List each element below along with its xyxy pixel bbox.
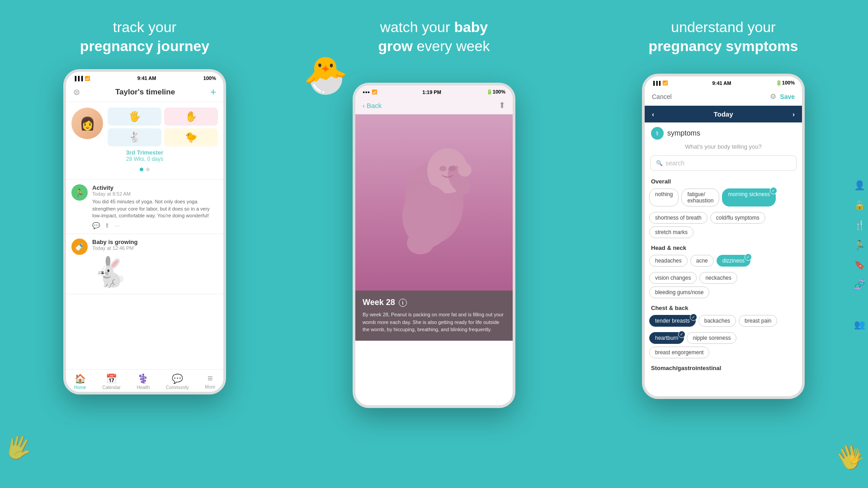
side-icon-2: ⚕ xyxy=(854,160,865,171)
chip-vision-changes[interactable]: vision changes xyxy=(649,272,697,284)
cancel-button[interactable]: Cancel xyxy=(652,93,672,100)
status-bar-middle: ●●● 📶 1:19 PM 🔋100% xyxy=(355,85,513,97)
nav-community[interactable]: 💬 Community xyxy=(166,373,189,390)
prev-day-button[interactable]: ‹ xyxy=(652,110,654,118)
share-button[interactable]: ⬆ xyxy=(499,100,505,110)
hand-decoration-left: 🖐 xyxy=(1,431,36,465)
signal-icon: ▐▐▐ xyxy=(73,76,83,81)
next-day-button[interactable]: › xyxy=(793,110,795,118)
chips-overall-row1: nothing fatigue/exhaustion morning sickn… xyxy=(645,187,802,210)
time-display-middle: 1:19 PM xyxy=(422,89,441,95)
signal-icons-right: ▐▐▐ 📶 xyxy=(652,80,668,85)
nav-more[interactable]: ≡ More xyxy=(205,373,215,390)
chips-head-row1: headaches acne dizziness xyxy=(645,253,802,270)
dots-indicator xyxy=(71,165,218,174)
chip-acne[interactable]: acne xyxy=(690,255,714,267)
chip-tender-breasts[interactable]: tender breasts xyxy=(649,315,696,327)
chip-breast-engorgement[interactable]: breast engorgement xyxy=(649,347,709,358)
chip-shortness[interactable]: shortness of breath xyxy=(649,212,708,224)
wifi-icon-m: 📶 xyxy=(372,89,377,94)
emoji-tile-hand2[interactable]: ✋ xyxy=(164,108,218,126)
save-button[interactable]: Save xyxy=(780,93,795,100)
emoji-tile-hand1[interactable]: 🖐️ xyxy=(108,108,161,126)
chip-stretch-marks[interactable]: stretch marks xyxy=(649,226,693,238)
home-icon: 🏠 xyxy=(75,373,86,384)
symptom-section-icon: ⚕ xyxy=(651,127,664,140)
bottom-nav: 🏠 Home 📅 Calendar ⚕️ Health 💬 Community … xyxy=(66,369,223,392)
baby-content: Baby is growing Today at 12:46 PM 🐇 xyxy=(92,239,218,289)
more-icon[interactable]: ··· xyxy=(114,222,120,229)
app-title: Taylor's timeline xyxy=(115,88,175,97)
panel-middle: watch your babygrow every week 🐣 ●●● 📶 1… xyxy=(289,0,579,488)
info-icon[interactable]: i xyxy=(399,299,407,307)
activity-content: Activity Today at 8:52 AM You did 45 min… xyxy=(92,184,218,229)
panel-left: track your pregnancy journey ▐▐▐ 📶 9:41 … xyxy=(0,0,289,488)
emoji-tile-duck[interactable]: 🐤 xyxy=(164,128,218,146)
chip-bleeding-gums[interactable]: bleeding gums/nose xyxy=(649,286,709,298)
symptom-icon-row: ⚕ symptoms xyxy=(645,122,802,141)
left-heading: track your pregnancy journey xyxy=(80,18,209,56)
timeline-top: 👩 🖐️ ✋ 🐇 🐤 xyxy=(71,108,218,146)
week-label-display: Week 28 i xyxy=(363,298,505,307)
chip-dizziness[interactable]: dizziness xyxy=(717,255,750,267)
chips-chest-row1: tender breasts backaches breast pain xyxy=(645,313,802,330)
activity-time: Today at 8:52 AM xyxy=(92,191,218,197)
dot-2 xyxy=(146,168,150,171)
right-heading: understand your pregnancy symptoms xyxy=(649,18,798,56)
health-icon: ⚕️ xyxy=(137,373,149,384)
chip-neckaches[interactable]: neckaches xyxy=(699,272,737,284)
side-icon-1: ☽ xyxy=(854,140,865,151)
section-chest-label: Chest & back xyxy=(645,302,802,313)
svg-point-7 xyxy=(448,166,456,171)
chip-headaches[interactable]: headaches xyxy=(649,255,688,267)
time-display: 9:41 AM xyxy=(137,75,156,81)
comment-icon[interactable]: 💬 xyxy=(92,222,100,229)
nav-health[interactable]: ⚕️ Health xyxy=(137,373,150,390)
chip-nothing[interactable]: nothing xyxy=(649,188,679,206)
timeline-card: 👩 🖐️ ✋ 🐇 🐤 3rd Trimester 28 Wks, 0 days xyxy=(66,102,223,180)
more-nav-icon: ≡ xyxy=(208,373,213,384)
nav-home[interactable]: 🏠 Home xyxy=(74,373,86,390)
avatar: 👩 xyxy=(71,108,103,139)
today-nav: ‹ Today › xyxy=(645,106,802,122)
settings-icon[interactable]: ⚙ xyxy=(770,92,776,101)
share-icon[interactable]: ⬆ xyxy=(104,222,110,229)
chip-nipple-soreness[interactable]: nipple soreness xyxy=(687,332,736,344)
symptoms-main-label: symptoms xyxy=(667,129,700,137)
filter-icon[interactable]: ⊜ xyxy=(73,87,80,97)
signal-icons: ▐▐▐ 📶 xyxy=(73,76,90,81)
section-stomach-label: Stomach/gastrointestinal xyxy=(645,362,802,373)
chip-morning-sickness[interactable]: morning sickness xyxy=(722,188,776,206)
battery-display-right: 🔋100% xyxy=(776,80,795,86)
chip-breast-pain[interactable]: breast pain xyxy=(739,315,777,327)
baby-info-bar: Week 28 i By week 28, Peanut is packing … xyxy=(355,291,513,341)
baby-figure xyxy=(355,114,513,291)
side-icon-10: 👥 xyxy=(854,319,865,330)
chip-backaches[interactable]: backaches xyxy=(698,315,736,327)
phone-middle: ●●● 📶 1:19 PM 🔋100% ‹ Back ⬆ xyxy=(353,83,515,408)
baby-icon: 🍼 xyxy=(71,239,88,255)
emoji-tile-rabbit[interactable]: 🐇 xyxy=(108,128,161,146)
nav-calendar[interactable]: 📅 Calendar xyxy=(102,373,121,390)
duck-decoration: 🐣 xyxy=(300,51,352,100)
chips-head-row2: vision changes neckaches bleeding gums/n… xyxy=(645,270,802,302)
baby-image-area xyxy=(355,114,513,291)
baby-title: Baby is growing xyxy=(92,239,218,245)
search-box[interactable]: 🔍 search xyxy=(650,155,797,171)
wifi-icon-r: 📶 xyxy=(662,80,668,85)
chip-cold-flu[interactable]: cold/flu symptoms xyxy=(710,212,765,224)
side-icon-4: 🔒 xyxy=(854,200,865,211)
chip-fatigue[interactable]: fatigue/exhaustion xyxy=(681,188,719,206)
baby-svg xyxy=(389,135,479,270)
chips-chest-row2: heartburn nipple soreness breast engorge… xyxy=(645,330,802,362)
side-icon-3: 👤 xyxy=(854,180,865,191)
activity-actions: 💬 ⬆ ··· xyxy=(92,222,218,229)
chip-heartburn[interactable]: heartburn xyxy=(649,332,684,344)
today-label: Today xyxy=(713,110,733,118)
status-bar-left: ▐▐▐ 📶 9:41 AM 100% xyxy=(66,72,223,83)
chevron-left-icon: ‹ xyxy=(363,102,365,109)
section-head-label: Head & neck xyxy=(645,242,802,253)
back-button[interactable]: ‹ Back xyxy=(363,102,382,109)
baby-growing-item: 🍼 Baby is growing Today at 12:46 PM 🐇 xyxy=(66,234,223,294)
add-icon[interactable]: + xyxy=(210,86,216,98)
